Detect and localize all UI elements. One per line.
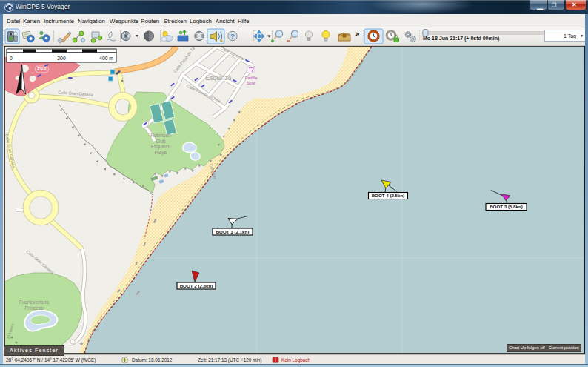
svg-text:Playa: Playa — [155, 150, 167, 156]
svg-text:FV-2: FV-2 — [37, 67, 46, 71]
svg-text:BOOT 1 (2.1kn): BOOT 1 (2.1kn) — [216, 229, 250, 234]
svg-text:Princess: Princess — [25, 305, 44, 311]
svg-text:Robinson: Robinson — [150, 133, 171, 138]
svg-text:BOOT 2 (2.8kn): BOOT 2 (2.8kn) — [180, 283, 213, 288]
svg-text:Spar: Spar — [247, 81, 255, 85]
svg-text:0: 0 — [10, 56, 13, 61]
svg-text:Padilla: Padilla — [245, 76, 258, 80]
svg-text:BOOT 3 (5.8kn): BOOT 3 (5.8kn) — [490, 204, 523, 209]
svg-text:BOOT 4 (2.5kn): BOOT 4 (2.5kn) — [372, 193, 405, 198]
svg-text:Club: Club — [156, 139, 166, 144]
svg-text:?: ? — [230, 33, 235, 40]
svg-text:400 m: 400 m — [99, 56, 113, 61]
svg-text:200: 200 — [57, 56, 66, 61]
svg-text:Esquinzo: Esquinzo — [206, 74, 232, 82]
svg-text:»: » — [355, 30, 360, 38]
svg-text:Fuerteventura: Fuerteventura — [19, 300, 50, 305]
